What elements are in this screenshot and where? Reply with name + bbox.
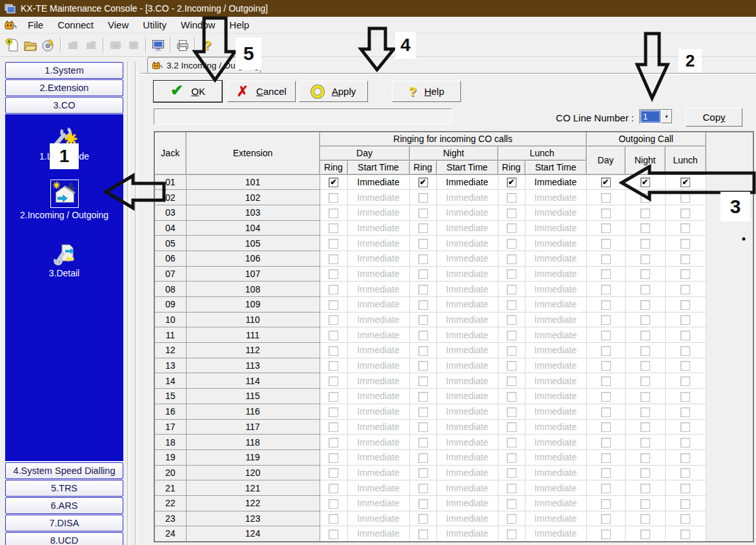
day-ring-checkbox[interactable] (329, 453, 338, 463)
night-ring-checkbox[interactable] (418, 438, 428, 447)
outgoing-night-checkbox[interactable] (640, 346, 650, 356)
menu-file[interactable]: File (21, 17, 50, 32)
lunch-ring-checkbox[interactable] (507, 376, 516, 386)
outgoing-lunch-checkbox[interactable] (680, 269, 690, 279)
outgoing-day-checkbox[interactable] (601, 361, 611, 371)
cancel-button[interactable]: ✗ Cancel (227, 81, 296, 102)
lunch-start-time-cell[interactable]: Immediate (525, 327, 586, 343)
day-start-time-cell[interactable]: Immediate (347, 220, 409, 236)
lunch-ring-checkbox[interactable] (507, 254, 516, 264)
extension-cell[interactable]: 109 (186, 297, 320, 313)
night-ring-checkbox[interactable] (418, 361, 428, 371)
outgoing-day-checkbox[interactable] (601, 499, 611, 509)
printer-icon[interactable] (174, 36, 192, 54)
day-start-time-cell[interactable]: Immediate (347, 205, 409, 220)
lunch-ring-checkbox[interactable] (507, 392, 516, 402)
combo-dropdown-button[interactable]: ▼ (661, 110, 672, 123)
sidebar-item-system-speed-dialling[interactable]: 4.System Speed Dialling (5, 462, 123, 479)
sidebar-item-incoming-outgoing[interactable]: 2.Incoming / Outgoing (5, 180, 123, 220)
night-start-time-cell[interactable]: Immediate (436, 297, 498, 313)
night-ring-checkbox[interactable] (418, 422, 428, 432)
outgoing-night-checkbox[interactable] (640, 361, 650, 371)
outgoing-day-checkbox[interactable] (601, 514, 611, 524)
day-ring-checkbox[interactable] (329, 376, 338, 386)
night-ring-checkbox[interactable] (418, 499, 428, 509)
lunch-start-time-cell[interactable]: Immediate (525, 511, 586, 526)
extension-cell[interactable]: 104 (186, 220, 320, 236)
night-ring-checkbox[interactable] (418, 254, 428, 264)
sidebar-item-ars[interactable]: 6.ARS (5, 497, 123, 514)
extension-cell[interactable]: 103 (186, 205, 320, 220)
lunch-ring-checkbox[interactable] (507, 499, 516, 509)
lunch-ring-checkbox[interactable] (507, 361, 516, 371)
outgoing-night-checkbox[interactable] (640, 193, 650, 203)
day-start-time-cell[interactable]: Immediate (347, 526, 409, 542)
day-ring-checkbox[interactable] (329, 331, 338, 340)
night-ring-checkbox[interactable] (418, 315, 428, 325)
outgoing-day-checkbox[interactable] (601, 254, 611, 264)
extension-cell[interactable]: 119 (186, 449, 320, 465)
lunch-start-time-cell[interactable]: Immediate (525, 282, 586, 297)
night-ring-checkbox[interactable] (418, 484, 428, 493)
night-ring-checkbox[interactable] (418, 392, 428, 402)
sidebar-item-detail[interactable]: 3.Detail (5, 242, 123, 278)
day-ring-checkbox[interactable] (329, 239, 338, 249)
lunch-ring-checkbox[interactable] (507, 269, 516, 279)
copy-button[interactable]: Copy (686, 108, 742, 127)
computer-icon[interactable] (149, 36, 167, 54)
outgoing-night-checkbox[interactable] (640, 269, 650, 279)
day-ring-checkbox[interactable] (329, 392, 338, 402)
new-document-icon[interactable] (3, 36, 21, 54)
extension-cell[interactable]: 110 (186, 312, 320, 327)
lunch-ring-checkbox[interactable] (507, 530, 516, 539)
lunch-start-time-cell[interactable]: Immediate (525, 297, 586, 313)
night-ring-checkbox[interactable] (418, 514, 428, 524)
outgoing-day-checkbox[interactable] (601, 223, 611, 233)
outgoing-day-checkbox[interactable] (601, 193, 611, 203)
day-ring-checkbox[interactable] (329, 514, 338, 524)
outgoing-lunch-checkbox[interactable] (680, 193, 690, 203)
lunch-ring-checkbox[interactable] (507, 331, 516, 340)
day-ring-checkbox[interactable] (329, 269, 338, 279)
outgoing-lunch-checkbox[interactable] (680, 285, 690, 294)
day-start-time-cell[interactable]: Immediate (347, 419, 409, 435)
outgoing-day-checkbox[interactable] (601, 468, 611, 478)
night-ring-checkbox[interactable] (418, 300, 428, 310)
lunch-start-time-cell[interactable]: Immediate (525, 389, 586, 404)
lunch-start-time-cell[interactable]: Immediate (525, 174, 586, 190)
outgoing-lunch-checkbox[interactable] (680, 514, 690, 524)
day-start-time-cell[interactable]: Immediate (347, 389, 409, 404)
outgoing-day-checkbox[interactable] (601, 453, 611, 463)
day-ring-checkbox[interactable] (329, 346, 338, 356)
day-start-time-cell[interactable]: Immediate (347, 343, 409, 358)
outgoing-day-checkbox[interactable] (601, 300, 611, 310)
extension-cell[interactable]: 121 (186, 480, 320, 496)
lunch-start-time-cell[interactable]: Immediate (525, 465, 586, 480)
menu-connect[interactable]: Connect (50, 17, 101, 32)
night-start-time-cell[interactable]: Immediate (436, 343, 498, 358)
extension-cell[interactable]: 102 (186, 190, 320, 205)
outgoing-lunch-checkbox[interactable] (680, 407, 690, 417)
night-start-time-cell[interactable]: Immediate (436, 358, 498, 373)
night-start-time-cell[interactable]: Immediate (436, 449, 498, 465)
lunch-ring-checkbox[interactable] (507, 209, 516, 218)
outgoing-night-checkbox[interactable] (640, 468, 650, 478)
outgoing-day-checkbox[interactable] (601, 346, 611, 356)
outgoing-day-checkbox[interactable] (601, 484, 611, 493)
co-line-number-select[interactable]: 1 ▼ (639, 109, 673, 124)
night-start-time-cell[interactable]: Immediate (436, 220, 498, 236)
outgoing-lunch-checkbox[interactable] (680, 239, 690, 249)
night-ring-checkbox[interactable] (418, 269, 428, 279)
lunch-start-time-cell[interactable]: Immediate (525, 343, 586, 358)
day-ring-checkbox[interactable] (329, 300, 338, 310)
day-start-time-cell[interactable]: Immediate (347, 511, 409, 526)
day-start-time-cell[interactable]: Immediate (347, 495, 409, 511)
apply-button[interactable]: Apply (299, 81, 368, 102)
night-start-time-cell[interactable]: Immediate (436, 312, 498, 327)
day-ring-checkbox[interactable] (329, 499, 338, 509)
menu-utility[interactable]: Utility (136, 17, 174, 32)
night-ring-checkbox[interactable] (418, 193, 428, 203)
lunch-ring-checkbox[interactable] (507, 514, 516, 524)
sidebar-item-disa[interactable]: 7.DISA (5, 515, 123, 531)
night-start-time-cell[interactable]: Immediate (436, 282, 498, 297)
